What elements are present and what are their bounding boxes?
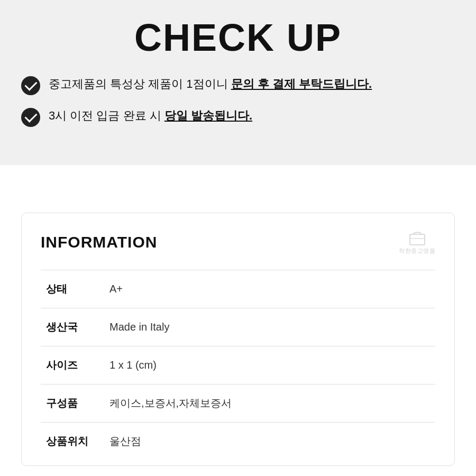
- check-icon-2: [21, 108, 40, 127]
- checkup-item-2: 3시 이전 입금 완료 시 당일 발송됩니다.: [21, 107, 455, 127]
- info-label-1: 생산국: [41, 308, 104, 346]
- checkup-items: 중고제품의 특성상 제품이 1점이니 문의 후 결제 부탁드립니다. 3시 이전…: [21, 75, 455, 127]
- info-section: INFORMATION 착한중고명품 상태A+생산국Made in Italy사…: [0, 197, 476, 476]
- checkup-section: CHECK UP 중고제품의 특성상 제품이 1점이니 문의 후 결제 부탁드립…: [0, 0, 476, 165]
- check-icon-1: [21, 76, 40, 95]
- info-header: INFORMATION 착한중고명품: [41, 229, 435, 255]
- info-value-2: 1 x 1 (cm): [104, 346, 435, 385]
- info-table-row: 구성품케이스,보증서,자체보증서: [41, 385, 435, 423]
- info-value-0: A+: [104, 270, 435, 308]
- info-table-row: 상품위치울산점: [41, 423, 435, 461]
- brand-logo-icon: [406, 229, 429, 247]
- info-label-4: 상품위치: [41, 423, 104, 461]
- svg-rect-0: [410, 234, 425, 245]
- info-label-2: 사이즈: [41, 346, 104, 385]
- info-table-row: 상태A+: [41, 270, 435, 308]
- info-value-1: Made in Italy: [104, 308, 435, 346]
- info-label-3: 구성품: [41, 385, 104, 423]
- info-value-4: 울산점: [104, 423, 435, 461]
- checkup-item-2-text: 3시 이전 입금 완료 시 당일 발송됩니다.: [49, 107, 252, 124]
- checkup-item-2-highlight: 당일 발송됩니다.: [164, 109, 252, 122]
- brand-logo: 착한중고명품: [399, 229, 435, 255]
- info-table-row: 사이즈1 x 1 (cm): [41, 346, 435, 385]
- checkup-item-1-highlight: 문의 후 결제 부탁드립니다.: [231, 77, 372, 90]
- section-gap: [0, 165, 476, 197]
- info-table: 상태A+생산국Made in Italy사이즈1 x 1 (cm)구성품케이스,…: [41, 270, 435, 460]
- info-value-3: 케이스,보증서,자체보증서: [104, 385, 435, 423]
- info-label-0: 상태: [41, 270, 104, 308]
- page-wrapper: CHECK UP 중고제품의 특성상 제품이 1점이니 문의 후 결제 부탁드립…: [0, 0, 476, 476]
- info-card: INFORMATION 착한중고명품 상태A+생산국Made in Italy사…: [21, 213, 455, 466]
- info-table-row: 생산국Made in Italy: [41, 308, 435, 346]
- checkup-title: CHECK UP: [21, 11, 455, 75]
- checkup-item-1: 중고제품의 특성상 제품이 1점이니 문의 후 결제 부탁드립니다.: [21, 75, 455, 95]
- info-title: INFORMATION: [41, 233, 157, 251]
- checkup-item-1-text: 중고제품의 특성상 제품이 1점이니 문의 후 결제 부탁드립니다.: [49, 75, 372, 93]
- brand-logo-text: 착한중고명품: [399, 247, 435, 255]
